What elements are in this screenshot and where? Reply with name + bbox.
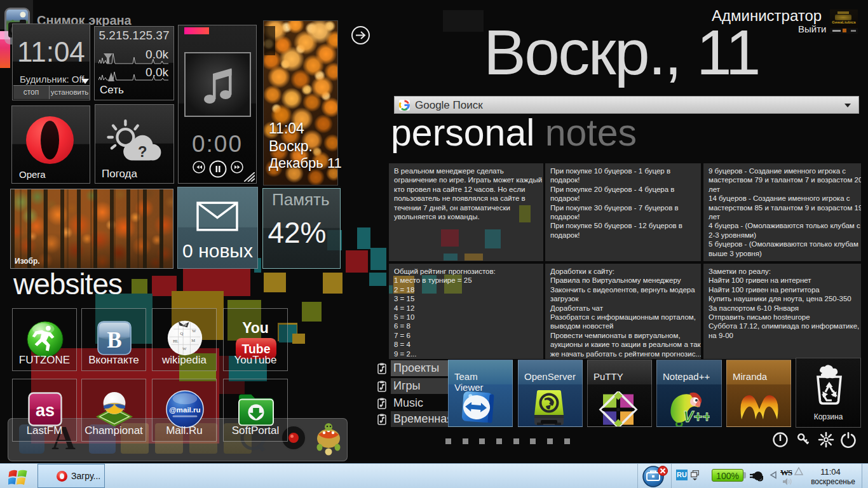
svg-text:M: M bbox=[191, 338, 195, 342]
svg-text:?: ? bbox=[138, 144, 147, 160]
svg-text:W: W bbox=[192, 329, 196, 333]
svg-text:W: W bbox=[182, 346, 187, 351]
svg-text:Q: Q bbox=[180, 331, 184, 336]
svg-text:В: В bbox=[107, 328, 121, 353]
svg-text:HL: HL bbox=[173, 339, 179, 343]
svg-text:as: as bbox=[36, 401, 55, 420]
svg-text:V++: V++ bbox=[683, 408, 710, 425]
svg-text:@mail.ru: @mail.ru bbox=[169, 405, 200, 414]
